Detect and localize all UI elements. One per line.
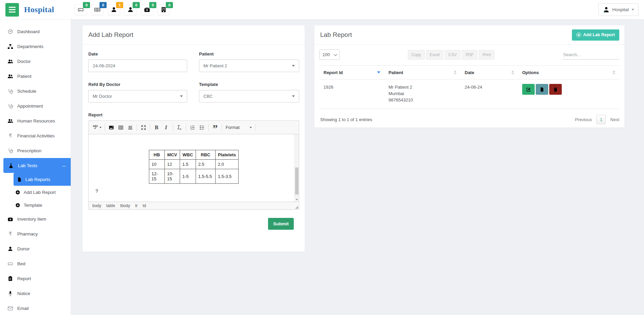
sidebar-item-email[interactable]: Email bbox=[0, 301, 71, 315]
menu-toggle-button[interactable] bbox=[5, 3, 19, 17]
template-label: Template bbox=[199, 82, 299, 87]
doctor-avatar-icon bbox=[603, 6, 609, 13]
path-tbody[interactable]: tbody bbox=[120, 203, 130, 208]
doctor-stat-button[interactable]: 0 bbox=[124, 4, 137, 15]
view-report-button[interactable] bbox=[536, 84, 548, 95]
sidebar-item-pharmacy[interactable]: Pharmacy bbox=[0, 226, 71, 241]
users-icon bbox=[7, 118, 13, 124]
blockquote-button[interactable] bbox=[210, 123, 220, 132]
search-input[interactable] bbox=[562, 50, 619, 60]
column-date[interactable]: Date bbox=[461, 66, 518, 80]
next-page-button[interactable]: Next bbox=[610, 117, 619, 122]
sidebar-item-human-resources[interactable]: Human Resources bbox=[0, 113, 71, 128]
copy-button[interactable]: Copy bbox=[408, 50, 425, 60]
patient-cell: Mr Patient 2 Mumbai 9876543210 bbox=[384, 80, 461, 109]
bed-icon bbox=[7, 261, 13, 267]
lab-report-card: Lab Report Add Lab Report 100 Copy Excel… bbox=[314, 25, 624, 128]
maximize-icon bbox=[141, 125, 146, 130]
doctor-select[interactable]: Mr Doctor bbox=[88, 90, 187, 103]
pdf-button[interactable]: PDF bbox=[462, 50, 478, 60]
delete-report-button[interactable] bbox=[549, 84, 562, 95]
showing-entries-text: Showing 1 to 1 of 1 entries bbox=[320, 117, 372, 122]
csv-button[interactable]: CSV bbox=[445, 50, 461, 60]
sidebar-item-add-lab-report[interactable]: Add Lab Report bbox=[0, 186, 71, 199]
previous-page-button[interactable]: Previous bbox=[575, 117, 592, 122]
sidebar-item-bed[interactable]: Bed bbox=[0, 256, 71, 271]
report-id-cell: 1926 bbox=[319, 80, 384, 109]
sidebar-item-donor[interactable]: Donor bbox=[0, 241, 71, 256]
sidebar-item-notice[interactable]: Notice bbox=[0, 286, 71, 301]
scroll-down-button[interactable] bbox=[295, 197, 299, 202]
template-select[interactable]: CBC bbox=[199, 90, 299, 103]
print-button[interactable]: Print bbox=[479, 50, 495, 60]
path-tr[interactable]: tr bbox=[135, 203, 137, 208]
trash-icon bbox=[553, 87, 558, 92]
patient-select[interactable]: Mr Patient 2 bbox=[199, 60, 299, 72]
editor-element-path: body table tbody tr td bbox=[89, 202, 299, 209]
insert-table-button[interactable] bbox=[116, 123, 126, 132]
italic-button[interactable] bbox=[161, 123, 171, 132]
path-td[interactable]: td bbox=[143, 203, 146, 208]
list-title: Lab Report bbox=[320, 31, 352, 39]
sidebar-item-lab-tests[interactable]: Lab Tests – bbox=[3, 158, 71, 173]
user-menu[interactable]: Hospital bbox=[598, 3, 639, 16]
header-stats: 0 0 1 0 0 0 bbox=[74, 4, 170, 15]
page-length-select[interactable]: 100 bbox=[319, 49, 340, 60]
sidebar-item-departments[interactable]: Departments bbox=[0, 39, 71, 54]
table-controls: 100 Copy Excel CSV PDF Print bbox=[319, 49, 619, 60]
maximize-button[interactable] bbox=[139, 123, 148, 132]
sidebar-item-doctor[interactable]: Doctor bbox=[0, 54, 71, 69]
editor-scrollbar[interactable] bbox=[294, 134, 299, 202]
scrollbar-thumb[interactable] bbox=[295, 167, 298, 195]
hospital-app: Hospital 0 0 1 0 0 bbox=[0, 0, 644, 315]
sidebar-item-prescription[interactable]: Prescription bbox=[0, 143, 71, 158]
path-body[interactable]: body bbox=[92, 203, 101, 208]
sidebar-item-template[interactable]: Template bbox=[0, 199, 71, 211]
column-report-id[interactable]: Report Id bbox=[319, 66, 384, 80]
chevron-down-icon bbox=[99, 127, 102, 129]
medkit-stat-button[interactable]: 0 bbox=[141, 4, 153, 15]
edit-icon bbox=[526, 87, 531, 92]
microphone-icon bbox=[7, 291, 13, 296]
app-logo: Hospital bbox=[24, 5, 54, 14]
editor-content-area[interactable]: HB MCV WBC RBC Platelets 10 12 1.5 2.5 bbox=[89, 134, 299, 202]
bed-stat-button[interactable]: 0 bbox=[74, 4, 87, 15]
patient-stat-button[interactable]: 1 bbox=[108, 4, 120, 15]
horizontal-rule-button[interactable] bbox=[126, 123, 135, 132]
remove-format-button[interactable] bbox=[175, 123, 184, 132]
hospital-stat-button[interactable]: 0 bbox=[157, 4, 170, 15]
spellcheck-button[interactable] bbox=[91, 123, 103, 132]
insert-image-button[interactable] bbox=[107, 123, 116, 132]
format-dropdown[interactable]: Format bbox=[224, 125, 254, 130]
path-table[interactable]: table bbox=[106, 203, 115, 208]
ordered-list-button[interactable] bbox=[188, 123, 197, 132]
column-options[interactable]: Options bbox=[518, 66, 619, 80]
sidebar-item-report[interactable]: Report bbox=[0, 271, 71, 286]
sidebar-item-patient[interactable]: Patient bbox=[0, 69, 71, 84]
sidebar-item-inventory-item[interactable]: Inventory Item bbox=[0, 211, 71, 226]
sidebar-item-dashboard[interactable]: Dashboard bbox=[0, 24, 71, 39]
blockquote-icon bbox=[213, 124, 218, 131]
money-stat-button[interactable]: 0 bbox=[91, 4, 104, 15]
main-content: Add Lab Report Date Patient Mr Patient 2 bbox=[71, 19, 644, 315]
bullet-list-button[interactable] bbox=[197, 123, 207, 132]
chevron-down-icon bbox=[292, 65, 295, 68]
sidebar-item-financial-activities[interactable]: Financial Activities bbox=[0, 128, 71, 143]
edit-report-button[interactable] bbox=[522, 84, 535, 95]
sidebar-item-lab-reports[interactable]: Lab Reports bbox=[14, 173, 71, 186]
resize-handle-icon[interactable] bbox=[295, 206, 298, 209]
table-icon bbox=[118, 125, 124, 130]
stethoscope-icon bbox=[7, 88, 13, 94]
doctor-count-badge: 0 bbox=[133, 2, 140, 8]
excel-button[interactable]: Excel bbox=[426, 50, 443, 60]
submit-button[interactable]: Submit bbox=[268, 218, 294, 230]
date-input[interactable] bbox=[88, 60, 187, 72]
column-patient[interactable]: Patient bbox=[384, 66, 461, 80]
sidebar-item-appointment[interactable]: Appointment bbox=[0, 98, 71, 113]
add-lab-report-button[interactable]: Add Lab Report bbox=[572, 29, 619, 41]
export-buttons: Copy Excel CSV PDF Print bbox=[340, 50, 562, 60]
hospital-count-badge: 0 bbox=[166, 2, 173, 8]
bold-button[interactable] bbox=[152, 123, 161, 132]
page-number-button[interactable]: 1 bbox=[596, 115, 606, 124]
sidebar-item-schedule[interactable]: Schedule bbox=[0, 84, 71, 98]
